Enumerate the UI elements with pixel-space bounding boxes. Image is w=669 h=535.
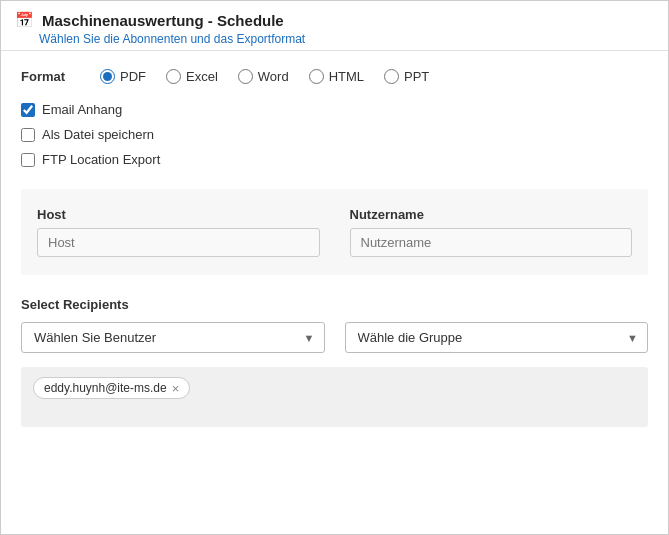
radio-item-word[interactable]: Word <box>238 69 289 84</box>
radio-pdf[interactable] <box>100 69 115 84</box>
radio-excel-label: Excel <box>186 69 218 84</box>
radio-html[interactable] <box>309 69 324 84</box>
tags-area: eddy.huynh@ite-ms.de × <box>21 367 648 427</box>
recipients-section: Select Recipients Wählen Sie Benutzer ▼ … <box>21 297 648 427</box>
checkbox-ftp-export[interactable]: FTP Location Export <box>21 152 648 167</box>
radio-excel[interactable] <box>166 69 181 84</box>
nutzername-input[interactable] <box>350 228 633 257</box>
tag-email-label: eddy.huynh@ite-ms.de <box>44 381 167 395</box>
content-area: Format PDF Excel Word HTML <box>1 51 668 534</box>
radio-word-label: Word <box>258 69 289 84</box>
tag-eddy: eddy.huynh@ite-ms.de × <box>33 377 190 399</box>
checkbox-email-anhang-input[interactable] <box>21 103 35 117</box>
radio-item-excel[interactable]: Excel <box>166 69 218 84</box>
host-input[interactable] <box>37 228 320 257</box>
format-label: Format <box>21 69 76 84</box>
main-window: 📅 Maschinenauswertung - Schedule Wählen … <box>0 0 669 535</box>
radio-word[interactable] <box>238 69 253 84</box>
window-icon: 📅 <box>15 11 34 29</box>
user-dropdown[interactable]: Wählen Sie Benutzer <box>21 322 325 353</box>
nutzername-label: Nutzername <box>350 207 633 222</box>
radio-html-label: HTML <box>329 69 364 84</box>
checkbox-als-datei[interactable]: Als Datei speichern <box>21 127 648 142</box>
group-dropdown-wrap: Wähle die Gruppe ▼ <box>345 322 649 353</box>
group-dropdown[interactable]: Wähle die Gruppe <box>345 322 649 353</box>
host-label: Host <box>37 207 320 222</box>
radio-item-pdf[interactable]: PDF <box>100 69 146 84</box>
nutzername-field-group: Nutzername <box>350 207 633 257</box>
user-dropdown-wrap: Wählen Sie Benutzer ▼ <box>21 322 325 353</box>
checkbox-email-anhang-label: Email Anhang <box>42 102 122 117</box>
host-field-group: Host <box>37 207 320 257</box>
checkbox-ftp-export-label: FTP Location Export <box>42 152 160 167</box>
fields-row: Host Nutzername <box>21 189 648 275</box>
checkbox-ftp-export-input[interactable] <box>21 153 35 167</box>
radio-pdf-label: PDF <box>120 69 146 84</box>
radio-item-html[interactable]: HTML <box>309 69 364 84</box>
checkbox-email-anhang[interactable]: Email Anhang <box>21 102 648 117</box>
recipients-dropdowns: Wählen Sie Benutzer ▼ Wähle die Gruppe ▼ <box>21 322 648 353</box>
tag-remove-button[interactable]: × <box>172 382 180 395</box>
checkbox-als-datei-label: Als Datei speichern <box>42 127 154 142</box>
checkbox-als-datei-input[interactable] <box>21 128 35 142</box>
window-subtitle: Wählen Sie die Abonnenten und das Export… <box>39 32 654 46</box>
format-radio-group: PDF Excel Word HTML PPT <box>100 69 429 84</box>
radio-ppt[interactable] <box>384 69 399 84</box>
radio-ppt-label: PPT <box>404 69 429 84</box>
format-row: Format PDF Excel Word HTML <box>21 69 648 84</box>
radio-item-ppt[interactable]: PPT <box>384 69 429 84</box>
window-title: Maschinenauswertung - Schedule <box>42 12 284 29</box>
recipients-label: Select Recipients <box>21 297 648 312</box>
checkboxes-group: Email Anhang Als Datei speichern FTP Loc… <box>21 102 648 167</box>
title-bar: 📅 Maschinenauswertung - Schedule Wählen … <box>1 1 668 51</box>
